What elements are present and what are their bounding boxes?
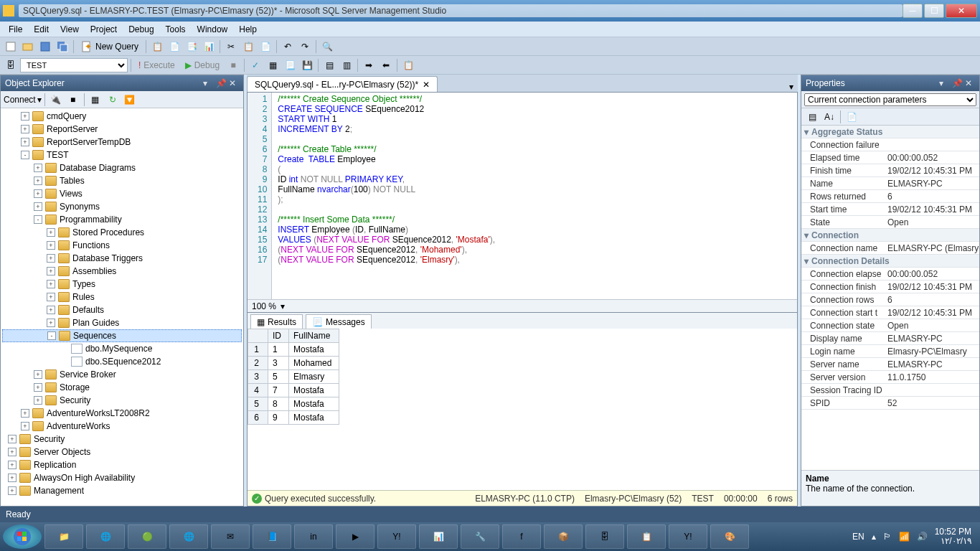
open-icon[interactable]	[20, 39, 36, 55]
expander-icon[interactable]: +	[21, 138, 29, 146]
taskbar-app1[interactable]: 📊	[419, 524, 458, 549]
tree-node[interactable]: -Sequences	[2, 329, 242, 342]
property-row[interactable]: Connection start t19/02/12 10:45:31 PM	[801, 306, 979, 319]
comment-icon[interactable]: ▤	[321, 57, 337, 73]
expander-icon[interactable]: +	[47, 241, 55, 250]
paste-icon[interactable]: 📄	[258, 39, 273, 55]
results-grid-icon[interactable]: ▦	[265, 57, 281, 73]
toolbar-icon3[interactable]: 📑	[184, 39, 199, 55]
tree-node[interactable]: +Security	[2, 433, 242, 446]
maximize-button[interactable]: ☐	[924, 4, 944, 18]
expander-icon[interactable]: +	[47, 293, 55, 301]
tray-up-icon[interactable]: ▴	[872, 532, 876, 542]
object-explorer-tree[interactable]: +cmdQuery+ReportServer+ReportServerTempD…	[1, 108, 243, 506]
tree-node[interactable]: +cmdQuery	[2, 110, 242, 123]
redo-icon[interactable]: ↷	[297, 39, 313, 55]
results-file-icon[interactable]: 💾	[299, 57, 315, 73]
tree-node[interactable]: +AlwaysOn High Availability	[2, 471, 242, 484]
pin-icon[interactable]: 📌	[952, 78, 962, 88]
expander-icon[interactable]: +	[34, 202, 42, 211]
indent-icon[interactable]: ➡	[361, 57, 377, 73]
disconnect-icon[interactable]: 🔌	[48, 92, 64, 108]
find-icon[interactable]: 🔍	[319, 39, 335, 55]
db-icon[interactable]: 🗄	[3, 57, 19, 73]
toolbar-icon1[interactable]: 📋	[149, 39, 165, 55]
expander-icon[interactable]: +	[21, 409, 29, 418]
expander-icon[interactable]: +	[47, 267, 55, 276]
taskbar-ssms[interactable]: 🗄	[585, 524, 624, 549]
menu-view[interactable]: View	[55, 23, 85, 36]
table-row[interactable]: 69Mostafa	[248, 411, 339, 425]
tree-node[interactable]: +Assemblies	[2, 265, 242, 278]
dropdown-icon[interactable]: ▾	[203, 78, 213, 88]
tree-node[interactable]: +Database Diagrams	[2, 161, 242, 174]
property-row[interactable]: Connection stateOpen	[801, 319, 979, 332]
taskbar-chrome[interactable]: 🟢	[128, 524, 166, 549]
expander-icon[interactable]: +	[8, 448, 17, 456]
database-selector[interactable]: TEST	[20, 58, 128, 72]
taskbar-linkedin[interactable]: in	[294, 524, 333, 549]
tree-node[interactable]: +Storage	[2, 381, 242, 394]
property-row[interactable]: Start time19/02/12 10:45:31 PM	[801, 203, 979, 216]
property-row[interactable]: Connection nameELMASRY-PC (Elmasry-	[801, 242, 979, 255]
new-query-button[interactable]: ✦ New Query	[77, 39, 143, 55]
stop-icon[interactable]: ■	[225, 57, 241, 73]
property-row[interactable]: Rows returned6	[801, 190, 979, 203]
zoom-dropdown-icon[interactable]: ▾	[281, 301, 285, 311]
tree-node[interactable]: +Management	[2, 484, 242, 497]
tab-dropdown-icon[interactable]: ▾	[785, 82, 798, 92]
expander-icon[interactable]: +	[47, 319, 55, 327]
menu-help[interactable]: Help	[233, 23, 263, 36]
property-pages-icon[interactable]: 📄	[844, 109, 859, 125]
property-category[interactable]: ▾ Aggregate Status	[801, 126, 979, 138]
expander-icon[interactable]: -	[47, 331, 56, 340]
expander-icon[interactable]: +	[47, 306, 55, 314]
system-tray[interactable]: EN ▴ 🏳 📶 🔊 10:52 PM ١٢/٠٢/١٩	[847, 527, 977, 546]
taskbar-ie[interactable]: 🌐	[86, 524, 125, 549]
close-panel-icon[interactable]: ✕	[965, 78, 975, 88]
expander-icon[interactable]: +	[34, 164, 42, 172]
filter2-icon[interactable]: 🔽	[122, 92, 138, 108]
expander-icon[interactable]: +	[47, 254, 55, 263]
property-row[interactable]: Session Tracing ID	[801, 384, 979, 397]
tree-node[interactable]: +Tables	[2, 174, 242, 187]
tree-node[interactable]: +Defaults	[2, 303, 242, 316]
expander-icon[interactable]: -	[34, 215, 42, 224]
property-row[interactable]: Connection failure	[801, 138, 979, 151]
stop-icon[interactable]: ■	[65, 92, 81, 108]
taskbar-app4[interactable]: 📋	[627, 524, 666, 549]
save-all-icon[interactable]	[55, 39, 70, 55]
taskbar-app3[interactable]: 📦	[544, 524, 583, 549]
expander-icon[interactable]: +	[34, 383, 42, 392]
tree-node[interactable]: +Functions	[2, 239, 242, 252]
taskbar-mail[interactable]: ✉	[211, 524, 250, 549]
property-row[interactable]: Login nameElmasry-PC\Elmasry	[801, 345, 979, 358]
specify-values-icon[interactable]: 📋	[400, 57, 416, 73]
expander-icon[interactable]: +	[21, 125, 29, 133]
save-icon[interactable]	[37, 39, 53, 55]
properties-subject[interactable]: Current connection parameters	[804, 93, 976, 106]
debug-button[interactable]: ▶Debug	[181, 57, 224, 73]
expander-icon[interactable]: +	[8, 461, 17, 469]
property-row[interactable]: Finish time19/02/12 10:45:31 PM	[801, 164, 979, 177]
expander-icon[interactable]: +	[8, 486, 17, 495]
alphabetical-icon[interactable]: A↓	[821, 109, 837, 125]
tray-language[interactable]: EN	[852, 532, 864, 542]
expander-icon[interactable]: +	[34, 176, 42, 185]
expander-icon[interactable]: +	[47, 228, 55, 237]
property-row[interactable]: StateOpen	[801, 216, 979, 229]
tree-node[interactable]: +Plan Guides	[2, 316, 242, 329]
taskbar-explorer[interactable]: 📁	[44, 524, 83, 549]
parse-icon[interactable]: ✓	[248, 57, 263, 73]
outdent-icon[interactable]: ⬅	[378, 57, 394, 73]
tree-node[interactable]: +ReportServer	[2, 123, 242, 136]
table-row[interactable]: 11Mostafa	[248, 343, 339, 357]
menu-tools[interactable]: Tools	[160, 23, 192, 36]
execute-button[interactable]: !Execute	[134, 57, 179, 73]
tab-close-icon[interactable]: ✕	[423, 80, 430, 90]
tray-clock[interactable]: 10:52 PM ١٢/٠٢/١٩	[935, 527, 971, 546]
start-button[interactable]	[3, 524, 42, 549]
tree-node[interactable]: +Replication	[2, 458, 242, 471]
taskbar-fb[interactable]: f	[502, 524, 541, 549]
property-category[interactable]: ▾ Connection	[801, 229, 979, 242]
